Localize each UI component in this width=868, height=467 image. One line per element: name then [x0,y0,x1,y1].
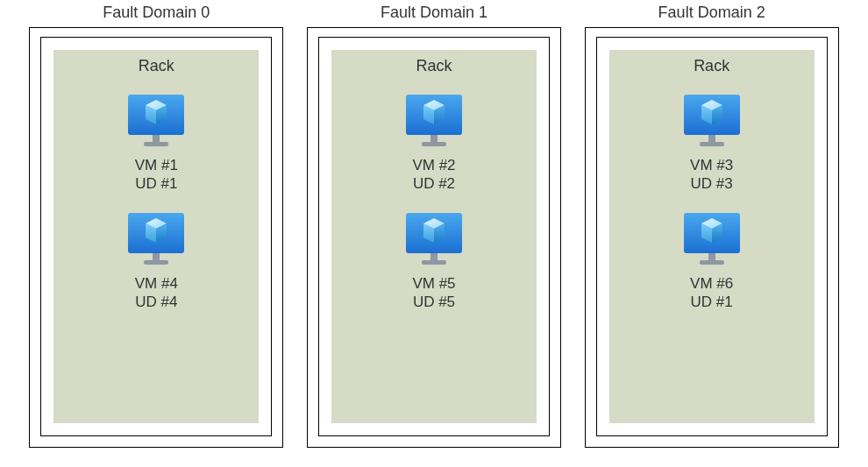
vm-label: VM #6 [690,274,733,293]
fault-domain-title: Fault Domain 1 [381,4,487,22]
fault-domain-inner-box: Rack VM #1 UD #1 VM #4 UD #4 [40,37,272,436]
fault-domain-2: Fault Domain 2 Rack VM #3 UD #3 VM #6 [585,4,839,467]
fault-domain-inner-box: Rack VM #3 UD #3 VM #6 UD #1 [596,37,828,436]
ud-label: UD #1 [691,293,733,311]
vm-label: VM #1 [135,156,178,174]
fault-domain-inner-box: Rack VM #2 UD #2 VM #5 UD #5 [318,37,550,436]
vm-icon [401,211,467,269]
vm-icon [123,211,189,269]
rack-label: Rack [694,57,729,75]
fault-domains-row: Fault Domain 0 Rack VM #1 UD #1 VM #4 [0,4,868,467]
rack-box: Rack VM #1 UD #1 VM #4 UD #4 [53,50,259,423]
ud-label: UD #3 [691,174,733,193]
fault-domain-title: Fault Domain 0 [103,4,210,22]
vm-label: VM #4 [135,274,178,293]
vm-label: VM #5 [412,274,455,293]
vm-block: VM #1 UD #1 [123,93,189,194]
ud-label: UD #1 [135,174,177,193]
rack-box: Rack VM #2 UD #2 VM #5 UD #5 [331,50,537,423]
diagram-canvas: Fault Domain 0 Rack VM #1 UD #1 VM #4 [0,0,868,467]
vm-block: VM #4 UD #4 [123,211,189,312]
vm-icon [679,93,745,151]
rack-box: Rack VM #3 UD #3 VM #6 UD #1 [609,50,815,423]
vm-label: VM #2 [412,156,455,174]
fault-domain-0: Fault Domain 0 Rack VM #1 UD #1 VM #4 [29,4,283,467]
ud-label: UD #5 [413,293,455,311]
fault-domain-1: Fault Domain 1 Rack VM #2 UD #2 VM #5 [307,4,561,467]
fault-domain-outer-box: Rack VM #2 UD #2 VM #5 UD #5 [307,27,561,448]
rack-label: Rack [416,57,452,75]
fault-domain-title: Fault Domain 2 [658,4,765,22]
fault-domain-outer-box: Rack VM #1 UD #1 VM #4 UD #4 [29,27,283,448]
fault-domain-outer-box: Rack VM #3 UD #3 VM #6 UD #1 [585,27,839,448]
vm-block: VM #5 UD #5 [401,211,467,312]
vm-icon [123,93,189,151]
ud-label: UD #4 [135,293,177,311]
ud-label: UD #2 [413,174,455,193]
vm-label: VM #3 [690,156,733,174]
vm-block: VM #3 UD #3 [679,93,745,194]
vm-block: VM #2 UD #2 [401,93,467,194]
vm-icon [679,211,745,269]
vm-block: VM #6 UD #1 [679,211,745,312]
rack-label: Rack [139,57,174,75]
vm-icon [401,93,467,151]
